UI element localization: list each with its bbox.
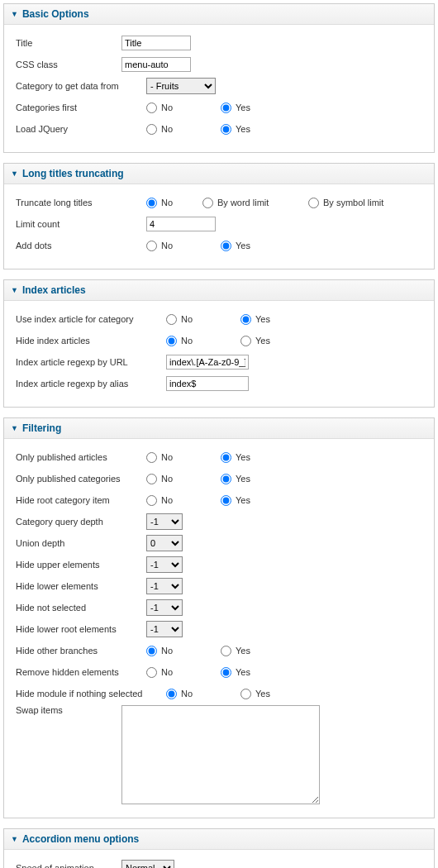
add-dots-no[interactable]: No bbox=[146, 241, 206, 251]
panel-header-accordion[interactable]: ▼ Accordion menu options bbox=[4, 829, 434, 850]
remove-hidden-label: Remove hidden elements bbox=[16, 667, 146, 677]
use-index-yes[interactable]: Yes bbox=[240, 314, 270, 325]
panel-accordion: ▼ Accordion menu options Speed of animat… bbox=[3, 828, 435, 868]
panel-title: Basic Options bbox=[22, 8, 89, 20]
panel-title: Index articles bbox=[22, 284, 86, 296]
add-dots-yes[interactable]: Yes bbox=[221, 241, 250, 251]
pub-articles-label: Only published articles bbox=[16, 452, 146, 462]
cat-depth-select[interactable]: -1 bbox=[146, 513, 183, 530]
panel-title: Long titles truncating bbox=[22, 168, 124, 179]
panel-body-filtering: Only published articles No Yes Only publ… bbox=[4, 439, 434, 818]
panel-body-accordion: Speed of animation Normal Skin Clean Aut… bbox=[4, 850, 434, 868]
panel-body-truncating: Truncate long titles No By word limit By… bbox=[4, 184, 434, 269]
pub-articles-yes[interactable]: Yes bbox=[221, 452, 250, 463]
panel-truncating: ▼ Long titles truncating Truncate long t… bbox=[3, 163, 435, 269]
use-index-label: Use index article for category bbox=[16, 314, 166, 324]
hide-lower-root-label: Hide lower root elements bbox=[16, 624, 146, 634]
panel-title: Accordion menu options bbox=[22, 833, 139, 845]
panel-index-articles: ▼ Index articles Use index article for c… bbox=[3, 279, 435, 408]
load-jquery-label: Load JQuery bbox=[16, 124, 146, 134]
panel-header-filtering[interactable]: ▼ Filtering bbox=[4, 418, 434, 439]
load-jquery-no[interactable]: No bbox=[146, 124, 206, 135]
category-select[interactable]: - Fruits bbox=[146, 78, 216, 94]
panel-basic-options: ▼ Basic Options Title CSS class Category… bbox=[3, 3, 435, 153]
hide-lower-root-select[interactable]: -1 bbox=[146, 621, 183, 637]
categories-first-yes[interactable]: Yes bbox=[221, 103, 250, 113]
collapse-icon: ▼ bbox=[11, 835, 18, 843]
hide-index-yes[interactable]: Yes bbox=[240, 336, 270, 346]
panel-body-index: Use index article for category No Yes Hi… bbox=[4, 301, 434, 407]
union-depth-label: Union depth bbox=[16, 538, 146, 548]
pub-articles-no[interactable]: No bbox=[146, 452, 206, 463]
limit-count-input[interactable] bbox=[146, 217, 216, 231]
hide-index-label: Hide index articles bbox=[16, 336, 166, 346]
hide-root-yes[interactable]: Yes bbox=[221, 495, 250, 506]
pub-categories-label: Only published categories bbox=[16, 474, 146, 484]
hide-upper-label: Hide upper elements bbox=[16, 560, 146, 570]
truncate-no[interactable]: No bbox=[146, 198, 188, 208]
panel-header-index[interactable]: ▼ Index articles bbox=[4, 280, 434, 301]
collapse-icon: ▼ bbox=[11, 424, 18, 432]
swap-items-label: Swap items bbox=[16, 705, 121, 715]
collapse-icon: ▼ bbox=[11, 10, 18, 18]
category-label: Category to get data from bbox=[16, 81, 146, 91]
collapse-icon: ▼ bbox=[11, 169, 18, 178]
load-jquery-yes[interactable]: Yes bbox=[221, 124, 250, 135]
title-label: Title bbox=[16, 38, 121, 48]
hide-lower-select[interactable]: -1 bbox=[146, 578, 183, 594]
hide-other-no[interactable]: No bbox=[146, 646, 206, 656]
regexp-alias-input[interactable] bbox=[166, 376, 249, 391]
css-class-label: CSS class bbox=[16, 60, 121, 69]
use-index-no[interactable]: No bbox=[166, 314, 226, 325]
truncate-label: Truncate long titles bbox=[16, 198, 146, 207]
hide-other-label: Hide other branches bbox=[16, 646, 146, 656]
remove-hidden-no[interactable]: No bbox=[146, 667, 206, 678]
collapse-icon: ▼ bbox=[11, 286, 18, 294]
categories-first-label: Categories first bbox=[16, 103, 146, 112]
panel-header-basic[interactable]: ▼ Basic Options bbox=[4, 4, 434, 25]
panel-body-basic: Title CSS class Category to get data fro… bbox=[4, 25, 434, 152]
css-class-input[interactable] bbox=[121, 57, 191, 72]
title-input[interactable] bbox=[121, 36, 191, 50]
categories-first-no[interactable]: No bbox=[146, 103, 206, 113]
truncate-by-word[interactable]: By word limit bbox=[202, 198, 293, 208]
hide-root-label: Hide root category item bbox=[16, 495, 146, 505]
speed-label: Speed of animation bbox=[16, 863, 121, 868]
hide-other-yes[interactable]: Yes bbox=[221, 646, 250, 656]
panel-filtering: ▼ Filtering Only published articles No Y… bbox=[3, 417, 435, 818]
hide-module-no[interactable]: No bbox=[166, 689, 226, 699]
panel-title: Filtering bbox=[22, 422, 61, 434]
hide-root-no[interactable]: No bbox=[146, 495, 206, 506]
panel-header-truncating[interactable]: ▼ Long titles truncating bbox=[4, 164, 434, 184]
hide-notsel-select[interactable]: -1 bbox=[146, 599, 183, 616]
add-dots-label: Add dots bbox=[16, 241, 146, 250]
cat-depth-label: Category query depth bbox=[16, 517, 146, 527]
hide-lower-label: Hide lower elements bbox=[16, 581, 146, 591]
hide-upper-select[interactable]: -1 bbox=[146, 556, 183, 573]
hide-module-label: Hide module if nothing selected bbox=[16, 689, 166, 699]
regexp-url-label: Index article regexp by URL bbox=[16, 357, 166, 367]
regexp-alias-label: Index article regexp by alias bbox=[16, 379, 166, 389]
hide-index-no[interactable]: No bbox=[166, 336, 226, 346]
pub-categories-no[interactable]: No bbox=[146, 474, 206, 484]
remove-hidden-yes[interactable]: Yes bbox=[221, 667, 250, 678]
regexp-url-input[interactable] bbox=[166, 355, 249, 370]
speed-select[interactable]: Normal bbox=[121, 860, 174, 868]
truncate-by-symbol[interactable]: By symbol limit bbox=[308, 198, 383, 208]
limit-count-label: Limit count bbox=[16, 219, 146, 229]
hide-notsel-label: Hide not selected bbox=[16, 603, 146, 613]
swap-items-textarea[interactable] bbox=[121, 705, 320, 804]
hide-module-yes[interactable]: Yes bbox=[240, 689, 270, 699]
union-depth-select[interactable]: 0 bbox=[146, 535, 183, 551]
pub-categories-yes[interactable]: Yes bbox=[221, 474, 250, 484]
